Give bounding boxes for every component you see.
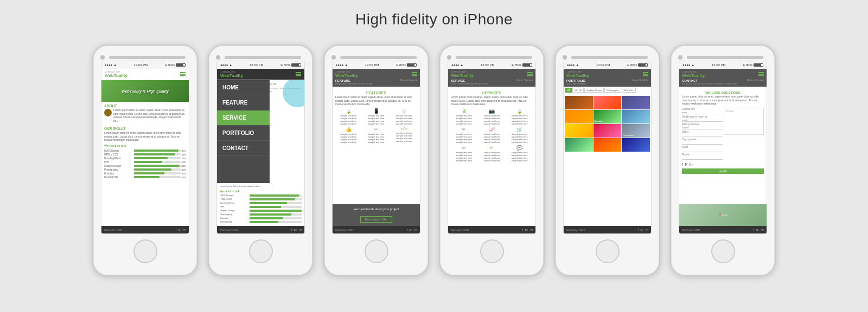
camera-icon (563, 55, 567, 60)
status-bar: ●●●● ▲ 12:02 PM E 80% (333, 61, 420, 69)
screen-content: ABOUT Lorem ipsum dolor sit amet, sapien… (101, 102, 189, 226)
portfolio-item[interactable] (565, 110, 593, 123)
portfolio-item[interactable] (593, 138, 622, 152)
phone-about: ●●●● ▲ 12:03 PM E 80% +1(800)23-4567 Web… (92, 44, 198, 276)
tab-graphic[interactable]: Graphic Design (584, 88, 604, 93)
page-title: High fidelity on iPhone (355, 11, 513, 28)
home-button[interactable] (596, 239, 620, 263)
smile-icon: ☺ (401, 108, 406, 114)
portfolio-item[interactable] (622, 110, 650, 123)
skill-row: Branding/Photo72% (104, 157, 186, 160)
screen-content: SERVICES Lorem ipsum dolor sit amet, sap… (448, 87, 535, 226)
service-header: +1(800)23-4567 WebTuality SERVICE Every … (448, 69, 535, 87)
send-button[interactable]: send it (682, 168, 764, 174)
mobile-icon: 📱 (373, 108, 379, 114)
camera-icon (678, 55, 682, 60)
tab-all[interactable]: All (565, 88, 572, 93)
service-screen: ●●●● ▲ 12:03 PM E 80% +1(800)23-4567 Web… (448, 61, 536, 234)
google-icon: g+ (756, 228, 760, 231)
phones-container: ●●●● ▲ 12:03 PM E 80% +1(800)23-4567 Web… (92, 44, 776, 276)
portfolio-item[interactable]: Bonjour. (593, 110, 622, 123)
facebook-icon: f (754, 228, 755, 231)
google-icon: g+ (293, 228, 297, 231)
linkedin-icon: in (761, 228, 764, 231)
cta-section: We need to talk about your project Don't… (333, 204, 420, 226)
menu-item-portfolio[interactable]: PORTFOLIO (217, 126, 270, 141)
tab-uiux[interactable]: UI / UX (572, 88, 584, 93)
hamburger-icon[interactable] (180, 72, 186, 76)
phone-field[interactable] (682, 157, 723, 160)
menu-item-home[interactable]: HOME (217, 80, 270, 95)
portfolio-item[interactable] (593, 96, 622, 109)
portfolio-item[interactable] (565, 96, 593, 109)
speaker (109, 56, 186, 59)
subject-field[interactable] (682, 126, 723, 129)
screen-footer: WebTuality © 2017 f g+ in (564, 226, 651, 233)
feature-screen: ●●●● ▲ 12:02 PM E 80% +1(800)23-4567 Web… (332, 61, 420, 234)
cta-button[interactable]: Don't touch life! (360, 216, 393, 223)
status-bar: ●●●● ▲ 12:03 PM E 80% (101, 61, 189, 69)
portfolio-item[interactable]: Nomination (622, 124, 650, 138)
phone-service: ●●●● ▲ 12:03 PM E 80% +1(800)23-4567 Web… (439, 44, 545, 276)
camera-icon: 📷 (489, 108, 495, 114)
menu-item-contact[interactable]: CONTACT (217, 141, 270, 156)
scissors-icon: ✂ (374, 127, 378, 132)
hamburger-icon[interactable] (296, 72, 301, 76)
phone-feature: ●●●● ▲ 12:02 PM E 80% +1(800)23-4567 Web… (323, 44, 429, 276)
hamburger-icon[interactable] (527, 72, 533, 76)
camera-icon (447, 55, 451, 60)
portfolio-item[interactable] (593, 124, 622, 138)
tab-photo[interactable]: Photography (604, 88, 621, 93)
facebook-icon: f (291, 228, 292, 231)
portfolio-item[interactable] (622, 138, 650, 152)
name-field[interactable] (682, 111, 723, 114)
phone-contact: ●●●● ▲ 12:03 PM E 80% +1(800)23-4567 Web… (670, 44, 776, 276)
hamburger-icon[interactable] (412, 72, 417, 76)
speaker (456, 56, 532, 59)
menu-item-feature[interactable]: FEATURE (217, 95, 270, 110)
facebook-icon: f (638, 228, 639, 231)
code-icon: </> (400, 127, 407, 131)
portfolio-item[interactable] (565, 138, 593, 152)
email2-field[interactable] (682, 149, 723, 152)
menu-item-service[interactable]: SERVICE (217, 110, 270, 126)
feature-header: +1(800)23-4567 WebTuality FEATURE Respon… (333, 69, 420, 87)
facebook-icon: f (522, 228, 524, 231)
portfolio-header: +1(800)23-4567 WebTuality PORTFOLIO Just… (564, 69, 651, 87)
features-grid: 🍃 sample text heresample text heresample… (335, 108, 417, 144)
speaker (687, 56, 763, 59)
city-field[interactable] (682, 141, 723, 145)
street-field[interactable] (682, 134, 723, 137)
hamburger-icon[interactable] (643, 72, 648, 76)
tab-web[interactable]: Web Sites (622, 88, 636, 93)
contact-content: WE LOVE QUESTIONS Lorem ipsum dolor sit … (679, 87, 767, 204)
portfolio-item[interactable] (622, 96, 650, 109)
speaker (340, 56, 417, 59)
linkedin-icon: in (183, 228, 186, 231)
linkedin-icon: in (299, 228, 302, 231)
facebook-icon: f (407, 228, 408, 231)
home-button[interactable] (365, 239, 388, 263)
message-field: message (724, 108, 764, 135)
home-button[interactable] (711, 239, 735, 263)
hero-image: WebTuality is High quality (101, 80, 189, 102)
hamburger-icon[interactable] (758, 72, 764, 76)
status-bar: ●●●● ▲ 12:03 PM E 80% (679, 61, 767, 69)
skill-row: HTML / CSS88% (104, 153, 186, 156)
screen-footer: WebTuality © 2017 f g+ in (679, 226, 767, 233)
scissors-icon: ✂ (489, 145, 494, 151)
skill-row: PHP60% (104, 161, 186, 164)
menu-screen: ●●●● ▲ 12:03 PM E 80% +1(800)23-4567 Web… (216, 61, 305, 234)
linkedin-social: in (690, 162, 693, 167)
portfolio-tabs: All UI / UX Graphic Design Photography W… (564, 87, 651, 94)
home-button[interactable] (133, 239, 157, 263)
home-button[interactable] (249, 239, 273, 263)
about-screen: ●●●● ▲ 12:03 PM E 80% +1(800)23-4567 Web… (101, 61, 189, 234)
contact-form: Contact info Simple way to reach us Mail… (682, 108, 764, 174)
phone-portfolio: ●●●● ▲ 12:03 PM E 80% +1(800)23-4567 Web… (554, 44, 660, 276)
skills-list: UI/UX Design HTML / CSS Branding/Photo P… (220, 194, 302, 223)
portfolio-item[interactable] (565, 124, 593, 138)
home-button[interactable] (480, 239, 504, 263)
email-field[interactable] (682, 119, 723, 122)
facebook-icon: f (176, 228, 177, 231)
